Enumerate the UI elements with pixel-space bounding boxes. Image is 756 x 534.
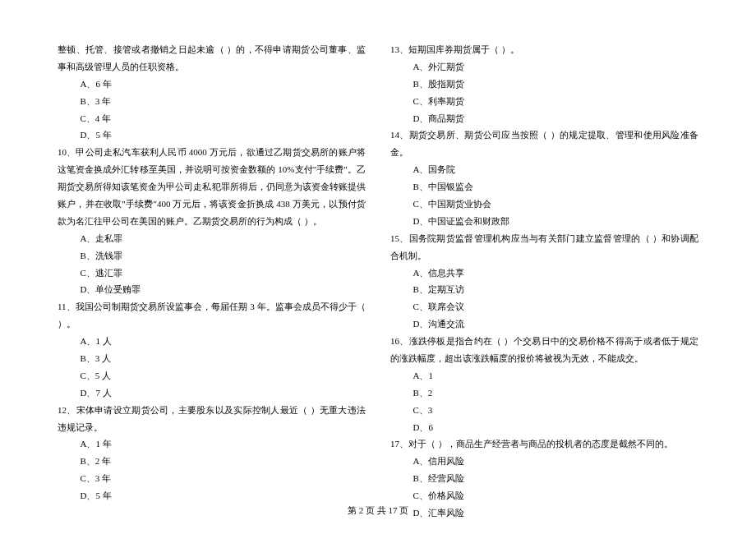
option-b: B、经营风险 <box>390 470 698 487</box>
question-16: 16、涨跌停板是指合约在（ ）个交易日中的交易价格不得高于或者低于规定的涨跌幅度… <box>390 333 698 367</box>
option-b: B、2 年 <box>58 453 366 470</box>
question-14: 14、期货交易所、期货公司应当按照（ ）的规定提取、管理和使用风险准备金。 <box>390 127 698 161</box>
option-b: B、2 <box>390 384 698 402</box>
option-b: B、3 人 <box>58 350 366 367</box>
option-a: A、1 人 <box>58 333 366 350</box>
question-12: 12、宋体申请设立期货公司，主要股东以及实际控制人最近（ ）无重大违法违规记录。 <box>58 402 366 436</box>
option-c: C、联席会议 <box>390 298 698 315</box>
option-a: A、信用风险 <box>390 453 698 470</box>
option-c: C、5 人 <box>58 367 366 384</box>
option-a: A、1 <box>390 367 698 384</box>
option-c: C、逃汇罪 <box>58 265 366 282</box>
option-a: A、外汇期货 <box>390 58 698 76</box>
option-b: B、3 年 <box>58 93 366 110</box>
option-b: B、洗钱罪 <box>58 247 366 265</box>
option-b: B、定期互访 <box>390 281 698 298</box>
option-c: C、4 年 <box>58 110 366 127</box>
question-10: 10、甲公司走私汽车获利人民币 4000 万元后，欲通过乙期货交易所的账户将这笔… <box>58 144 366 229</box>
question-15: 15、国务院期货监督管理机构应当与有关部门建立监督管理的（ ）和协调配合机制。 <box>390 230 698 265</box>
option-b: B、股指期货 <box>390 76 698 93</box>
question-11: 11、我国公司制期货交易所设监事会，每届任期 3 年。监事会成员不得少于（ ）。 <box>58 298 366 333</box>
option-d: D、沟通交流 <box>390 315 698 333</box>
page-footer: 第 2 页 共 17 页 <box>0 502 756 519</box>
question-intro: 整顿、托管、接管或者撤销之日起未逾（ ）的，不得申请期货公司董事、监事和高级管理… <box>58 41 366 76</box>
left-column: 整顿、托管、接管或者撤销之日起未逾（ ）的，不得申请期货公司董事、监事和高级管理… <box>58 41 366 522</box>
option-d: D、中国证监会和财政部 <box>390 213 698 230</box>
option-d: D、6 <box>390 419 698 436</box>
option-c: C、利率期货 <box>390 93 698 110</box>
question-13: 13、短期国库券期货属于（ ）。 <box>390 41 698 58</box>
option-d: D、商品期货 <box>390 110 698 127</box>
option-a: A、1 年 <box>58 435 366 453</box>
option-d: D、7 人 <box>58 384 366 402</box>
option-a: A、6 年 <box>58 76 366 93</box>
option-b: B、中国银监会 <box>390 178 698 196</box>
option-d: D、5 年 <box>58 127 366 144</box>
right-column: 13、短期国库券期货属于（ ）。 A、外汇期货 B、股指期货 C、利率期货 D、… <box>390 41 698 522</box>
option-c: C、3 年 <box>58 470 366 487</box>
question-17: 17、对于（ ），商品生产经营者与商品的投机者的态度是截然不同的。 <box>390 435 698 453</box>
option-a: A、信息共享 <box>390 265 698 282</box>
option-c: C、中国期货业协会 <box>390 196 698 213</box>
option-a: A、走私罪 <box>58 230 366 247</box>
option-d: D、单位受贿罪 <box>58 281 366 298</box>
option-c: C、3 <box>390 402 698 419</box>
option-a: A、国务院 <box>390 161 698 178</box>
